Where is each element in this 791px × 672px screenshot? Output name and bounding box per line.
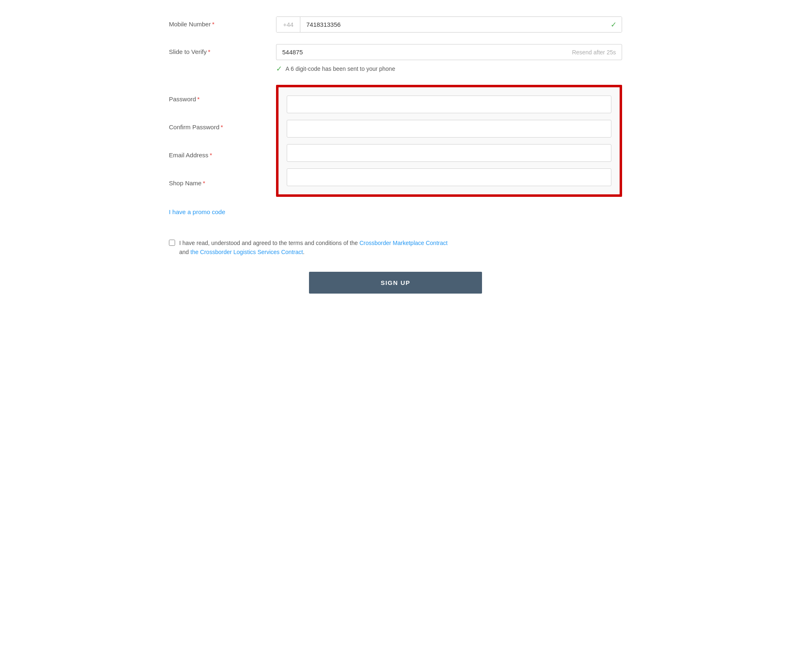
slide-verify-input[interactable] xyxy=(282,49,572,56)
mobile-input-group: +44 ✓ xyxy=(276,16,622,33)
shop-name-input[interactable] xyxy=(287,168,611,186)
terms-text: I have read, understood and agreed to th… xyxy=(179,238,447,257)
confirm-password-input[interactable] xyxy=(287,120,611,138)
password-field-item xyxy=(287,96,611,113)
password-label: Password* xyxy=(169,85,276,113)
mobile-prefix: +44 xyxy=(276,17,300,32)
terms-row: I have read, understood and agreed to th… xyxy=(169,238,622,257)
mobile-label: Mobile Number* xyxy=(169,16,276,28)
verify-message-text: A 6 digit-code has been sent to your pho… xyxy=(286,65,395,72)
mobile-required-star: * xyxy=(212,21,215,28)
email-required-star: * xyxy=(210,152,212,159)
confirm-password-required-star: * xyxy=(221,124,223,131)
terms-text-2: and xyxy=(179,249,189,255)
slide-input-wrapper: Resend after 25s xyxy=(276,44,622,60)
signup-form: Mobile Number* +44 ✓ Slide to Verify* Re… xyxy=(169,16,622,294)
confirm-password-field-item xyxy=(287,120,611,138)
shop-name-label: Shop Name* xyxy=(169,169,276,197)
slide-field-area: Resend after 25s ✓ A 6 digit-code has be… xyxy=(276,44,622,73)
red-highlight-box xyxy=(276,85,622,197)
email-field-item xyxy=(287,144,611,162)
email-input[interactable] xyxy=(287,144,611,162)
confirm-password-label-text: Confirm Password xyxy=(169,124,220,131)
mobile-number-row: Mobile Number* +44 ✓ xyxy=(169,16,622,33)
verify-check-icon: ✓ xyxy=(276,64,282,73)
highlighted-fields-block: Password* Confirm Password* Email Addres… xyxy=(169,85,622,197)
mobile-field-area: +44 ✓ xyxy=(276,16,622,33)
slide-label-text: Slide to Verify xyxy=(169,48,207,55)
signup-button-wrapper: SIGN UP xyxy=(169,272,622,294)
highlight-fields-column xyxy=(276,85,622,197)
mobile-input[interactable] xyxy=(300,17,622,32)
password-label-text: Password xyxy=(169,96,196,103)
terms-text-1: I have read, understood and agreed to th… xyxy=(179,240,358,246)
mobile-check-icon: ✓ xyxy=(611,20,617,29)
email-label: Email Address* xyxy=(169,141,276,169)
shop-name-field-item xyxy=(287,168,611,186)
slide-label: Slide to Verify* xyxy=(169,44,276,55)
signup-button[interactable]: SIGN UP xyxy=(309,272,482,294)
highlight-labels-column: Password* Confirm Password* Email Addres… xyxy=(169,85,276,197)
slide-verify-row: Slide to Verify* Resend after 25s ✓ A 6 … xyxy=(169,44,622,73)
terms-link-marketplace[interactable]: Crossborder Marketplace Contract xyxy=(359,240,447,246)
terms-checkbox[interactable] xyxy=(169,240,175,246)
email-label-text: Email Address xyxy=(169,152,208,159)
password-input[interactable] xyxy=(287,96,611,113)
verify-message: ✓ A 6 digit-code has been sent to your p… xyxy=(276,64,622,73)
mobile-input-wrapper: ✓ xyxy=(300,17,622,32)
shop-name-label-text: Shop Name xyxy=(169,180,201,187)
mobile-label-text: Mobile Number xyxy=(169,21,211,28)
shop-name-required-star: * xyxy=(203,180,205,187)
mobile-prefix-text: +44 xyxy=(283,21,293,28)
promo-code-link[interactable]: I have a promo code xyxy=(169,208,225,215)
resend-text: Resend after 25s xyxy=(572,49,616,56)
confirm-password-label: Confirm Password* xyxy=(169,113,276,141)
password-required-star: * xyxy=(197,96,200,103)
terms-text-3: . xyxy=(303,249,304,255)
promo-code-row: I have a promo code xyxy=(169,208,622,227)
slide-required-star: * xyxy=(208,48,211,55)
terms-link-logistics[interactable]: the Crossborder Logistics Services Contr… xyxy=(190,249,303,255)
